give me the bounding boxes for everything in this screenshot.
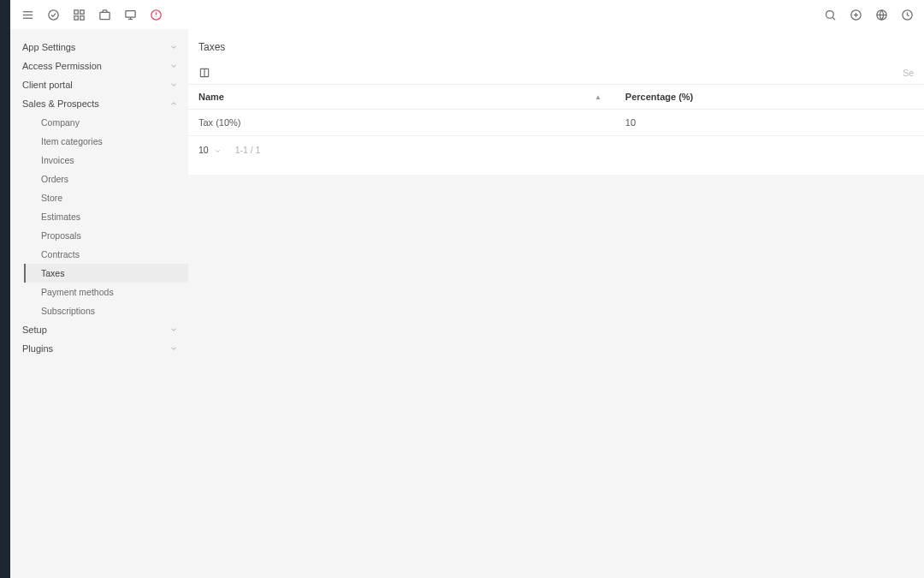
sidebar-group-setup[interactable]: Setup (10, 320, 188, 339)
sidebar-item-label: Estimates (41, 212, 80, 222)
main-content: Taxes Se Name ▲ Percentage (%) (188, 29, 924, 578)
cell-percentage: 10 (615, 110, 924, 136)
sidebar-sub-sales-prospects: Company Item categories Invoices Orders … (10, 113, 188, 320)
sidebar-item-item-categories[interactable]: Item categories (24, 132, 188, 151)
chevron-down-icon (169, 43, 178, 51)
sidebar-item-estimates[interactable]: Estimates (24, 207, 188, 226)
cell-name: Tax (10%) (188, 110, 615, 136)
svg-rect-4 (74, 9, 77, 13)
sidebar-group-label: Access Permission (22, 61, 102, 71)
table-row[interactable]: Tax (10%) 10 (188, 110, 924, 136)
sidebar-group-access-permission[interactable]: Access Permission (10, 57, 188, 75)
sidebar-group-label: App Settings (22, 42, 75, 52)
svg-rect-7 (80, 15, 83, 19)
sidebar-group-sales-prospects[interactable]: Sales & Prospects (10, 94, 188, 113)
sidebar-group-app-settings[interactable]: App Settings (10, 38, 188, 57)
sidebar-item-label: Invoices (41, 155, 74, 165)
grid-icon[interactable] (72, 8, 86, 21)
left-rail (0, 0, 10, 578)
topbar (10, 0, 924, 29)
svg-point-15 (826, 10, 833, 18)
table-header-row: Name ▲ Percentage (%) (188, 85, 924, 110)
sidebar-group-label: Client portal (22, 80, 73, 90)
sidebar-item-label: Proposals (41, 230, 81, 241)
card-toolbar: Se (188, 62, 924, 84)
check-circle-icon[interactable] (46, 8, 60, 21)
chevron-down-icon (169, 325, 178, 334)
search-input[interactable]: Se (903, 68, 914, 78)
monitor-icon[interactable] (123, 8, 137, 21)
sidebar-item-company[interactable]: Company (24, 113, 188, 132)
topbar-right (823, 8, 914, 21)
page-size-value: 10 (198, 145, 209, 155)
sidebar-item-payment-methods[interactable]: Payment methods (24, 283, 188, 301)
chevron-down-icon (169, 62, 178, 70)
sidebar-item-subscriptions[interactable]: Subscriptions (24, 301, 188, 320)
col-header-percentage[interactable]: Percentage (%) (615, 85, 924, 110)
svg-rect-6 (74, 15, 77, 19)
sidebar-group-label: Setup (22, 325, 47, 335)
page-range: 1-1 / 1 (235, 145, 261, 155)
sidebar-item-taxes[interactable]: Taxes (24, 264, 188, 283)
svg-point-3 (48, 9, 57, 19)
sidebar-group-label: Sales & Prospects (22, 98, 99, 109)
toolbar-left (198, 67, 210, 79)
taxes-card: Taxes Se Name ▲ Percentage (%) (188, 29, 924, 175)
sort-asc-icon: ▲ (595, 93, 601, 101)
table-footer: 10 1-1 / 1 (188, 136, 924, 164)
menu-icon[interactable] (21, 8, 34, 21)
clock-alert-icon[interactable] (149, 8, 163, 21)
briefcase-icon[interactable] (98, 8, 111, 21)
svg-line-16 (832, 17, 835, 20)
topbar-left (21, 8, 163, 21)
sidebar-item-invoices[interactable]: Invoices (24, 151, 188, 170)
svg-rect-9 (125, 10, 134, 17)
chevron-down-icon (169, 80, 178, 89)
sidebar-item-label: Contracts (41, 249, 80, 259)
sidebar-item-label: Payment methods (41, 287, 114, 297)
page-size-select[interactable]: 10 (198, 145, 222, 155)
sidebar-item-label: Item categories (41, 136, 103, 146)
sidebar-item-label: Subscriptions (41, 306, 95, 316)
globe-icon[interactable] (874, 8, 888, 21)
sidebar-item-label: Taxes (41, 268, 64, 278)
sidebar-item-label: Store (41, 193, 62, 203)
chevron-down-icon (214, 146, 222, 154)
sidebar-item-proposals[interactable]: Proposals (24, 226, 188, 245)
sidebar-item-label: Orders (41, 174, 68, 184)
columns-icon[interactable] (198, 67, 210, 79)
add-circle-icon[interactable] (849, 8, 862, 21)
col-header-name[interactable]: Name ▲ (188, 85, 615, 110)
page-title: Taxes (188, 29, 924, 62)
sidebar-group-label: Plugins (22, 343, 53, 354)
search-icon[interactable] (823, 8, 837, 21)
sidebar-item-label: Company (41, 117, 80, 128)
sidebar-group-plugins[interactable]: Plugins (10, 339, 188, 358)
sidebar: App Settings Access Permission Client po… (10, 29, 188, 578)
sidebar-item-store[interactable]: Store (24, 188, 188, 207)
chevron-up-icon (169, 99, 178, 108)
taxes-table: Name ▲ Percentage (%) Tax (10%) 10 (188, 84, 924, 136)
sidebar-item-orders[interactable]: Orders (24, 170, 188, 188)
svg-rect-8 (99, 12, 109, 19)
clock-icon[interactable] (900, 8, 914, 21)
svg-rect-5 (80, 9, 83, 13)
sidebar-item-contracts[interactable]: Contracts (24, 245, 188, 264)
sidebar-group-client-portal[interactable]: Client portal (10, 75, 188, 94)
col-header-label: Percentage (%) (625, 92, 693, 102)
chevron-down-icon (169, 344, 178, 353)
col-header-label: Name (198, 92, 224, 102)
